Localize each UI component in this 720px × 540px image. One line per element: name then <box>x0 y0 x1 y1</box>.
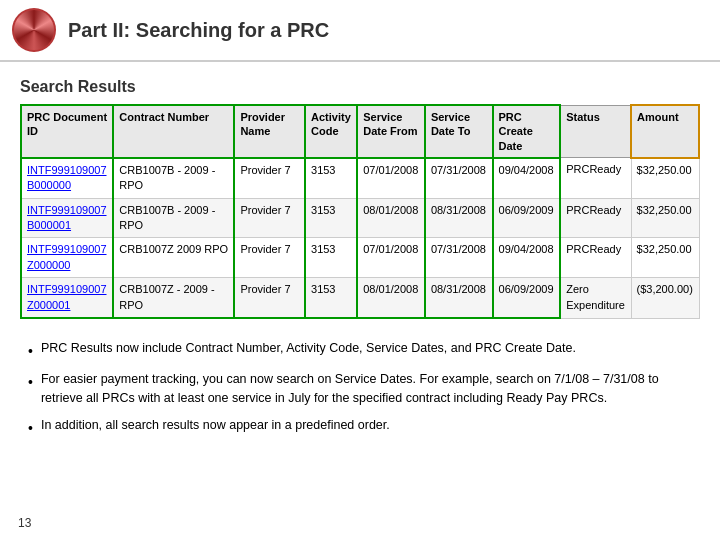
cell-prc-doc[interactable]: INTF999109007B000000 <box>21 158 113 198</box>
table-body: INTF999109007B000000 CRB1007B - 2009 - R… <box>21 158 699 318</box>
page-title: Part II: Searching for a PRC <box>68 19 329 42</box>
bullet-dot: • <box>28 372 33 393</box>
cell-prc-create: 06/09/2009 <box>493 198 561 238</box>
col-header-contract: Contract Number <box>113 105 234 158</box>
cell-contract: CRB1007Z - 2009 - RPO <box>113 278 234 318</box>
cell-contract: CRB1007B - 2009 - RPO <box>113 198 234 238</box>
cell-amount: $32,250.00 <box>631 198 699 238</box>
page-header: Part II: Searching for a PRC <box>0 0 720 62</box>
cell-provider: Provider 7 <box>234 278 305 318</box>
main-content: Search Results PRC Document ID Contract … <box>0 62 720 463</box>
section-title: Search Results <box>20 78 700 96</box>
prc-doc-link: INTF999109007Z000000 <box>27 243 107 270</box>
cell-svc-to: 08/31/2008 <box>425 278 493 318</box>
logo-icon <box>12 8 56 52</box>
bullet-list: •PRC Results now include Contract Number… <box>20 339 700 439</box>
cell-activity: 3153 <box>305 278 357 318</box>
bullet-dot: • <box>28 341 33 362</box>
col-header-prc-create: PRC Create Date <box>493 105 561 158</box>
table-row: INTF999109007B000000 CRB1007B - 2009 - R… <box>21 158 699 198</box>
cell-svc-to: 07/31/2008 <box>425 238 493 278</box>
cell-activity: 3153 <box>305 238 357 278</box>
cell-provider: Provider 7 <box>234 158 305 198</box>
bullet-item: •PRC Results now include Contract Number… <box>28 339 700 362</box>
bullet-dot: • <box>28 418 33 439</box>
cell-svc-from: 07/01/2008 <box>357 158 425 198</box>
cell-contract: CRB1007B - 2009 - RPO <box>113 158 234 198</box>
cell-status: PRCReady <box>560 198 631 238</box>
col-header-svc-to: Service Date To <box>425 105 493 158</box>
cell-svc-to: 07/31/2008 <box>425 158 493 198</box>
col-header-status: Status <box>560 105 631 158</box>
cell-amount: ($3,200.00) <box>631 278 699 318</box>
bullet-text: PRC Results now include Contract Number,… <box>41 339 576 358</box>
col-header-prc-doc: PRC Document ID <box>21 105 113 158</box>
cell-prc-create: 09/04/2008 <box>493 238 561 278</box>
cell-activity: 3153 <box>305 158 357 198</box>
cell-prc-doc[interactable]: INTF999109007Z000001 <box>21 278 113 318</box>
cell-svc-from: 08/01/2008 <box>357 278 425 318</box>
cell-svc-from: 07/01/2008 <box>357 238 425 278</box>
bullet-text: In addition, all search results now appe… <box>41 416 390 435</box>
cell-activity: 3153 <box>305 198 357 238</box>
cell-provider: Provider 7 <box>234 238 305 278</box>
col-header-activity: Activity Code <box>305 105 357 158</box>
col-header-provider: Provider Name <box>234 105 305 158</box>
cell-status: Zero Expenditure <box>560 278 631 318</box>
table-header-row: PRC Document ID Contract Number Provider… <box>21 105 699 158</box>
cell-status: PRCReady <box>560 238 631 278</box>
cell-contract: CRB1007Z 2009 RPO <box>113 238 234 278</box>
bullet-item: •For easier payment tracking, you can no… <box>28 370 700 408</box>
table-row: INTF999109007B000001 CRB1007B - 2009 - R… <box>21 198 699 238</box>
cell-provider: Provider 7 <box>234 198 305 238</box>
cell-prc-create: 09/04/2008 <box>493 158 561 198</box>
cell-svc-to: 08/31/2008 <box>425 198 493 238</box>
page-number: 13 <box>18 516 31 530</box>
prc-doc-link: INTF999109007B000001 <box>27 204 107 231</box>
results-table: PRC Document ID Contract Number Provider… <box>20 104 700 319</box>
bullet-item: •In addition, all search results now app… <box>28 416 700 439</box>
cell-amount: $32,250.00 <box>631 158 699 198</box>
bullet-text: For easier payment tracking, you can now… <box>41 370 700 408</box>
col-header-amount: Amount <box>631 105 699 158</box>
cell-prc-doc[interactable]: INTF999109007B000001 <box>21 198 113 238</box>
cell-prc-create: 06/09/2009 <box>493 278 561 318</box>
prc-doc-link: INTF999109007Z000001 <box>27 283 107 310</box>
cell-status: PRCReady <box>560 158 631 198</box>
cell-svc-from: 08/01/2008 <box>357 198 425 238</box>
cell-amount: $32,250.00 <box>631 238 699 278</box>
table-row: INTF999109007Z000000 CRB1007Z 2009 RPO P… <box>21 238 699 278</box>
col-header-svc-from: Service Date From <box>357 105 425 158</box>
table-row: INTF999109007Z000001 CRB1007Z - 2009 - R… <box>21 278 699 318</box>
cell-prc-doc[interactable]: INTF999109007Z000000 <box>21 238 113 278</box>
prc-doc-link: INTF999109007B000000 <box>27 164 107 191</box>
